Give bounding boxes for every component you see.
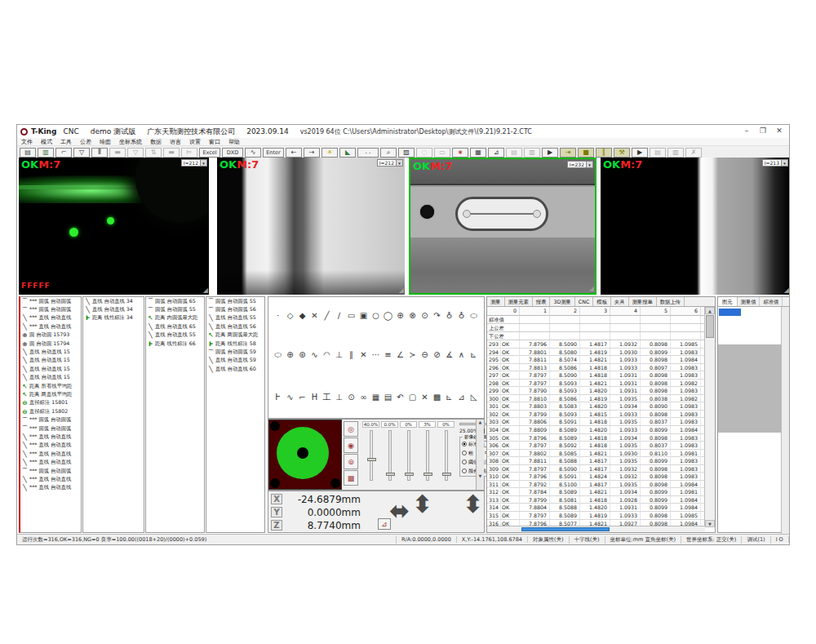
toolbar-button[interactable]: ▤ [506,148,522,158]
toolbar-button[interactable]: → [304,148,320,158]
tool-icon[interactable]: ⊾ [443,392,455,403]
toolbar-button[interactable]: ▶ [542,148,558,158]
menu-item[interactable]: 公差 [76,138,95,145]
light-slider-track[interactable] [407,430,410,481]
ring-mode-button[interactable]: ◎ [344,421,358,437]
column-header[interactable]: 4 [610,307,641,315]
toolbar-button[interactable]: ▬ [109,148,126,158]
list-item[interactable]: ╲直线 自动直线 55 [146,331,204,340]
list-item[interactable]: ⊕圆 自动圆 15794 [20,340,81,348]
tool-icon[interactable]: ✕ [419,392,431,403]
toolbar-button[interactable]: ║ [596,148,612,158]
toolbar-button[interactable]: Enter [263,148,284,158]
maximize-button[interactable]: ❐ [755,125,771,137]
list-item[interactable]: Ⱶ距离 线性标注 58 [206,340,264,348]
table-row[interactable]: 299 OK 7.8790 8.5093 1.4820 1.0931 0.809… [487,387,715,395]
list-item[interactable]: ╲*** 直线 自动直线 [20,433,81,441]
table-row[interactable]: 294 OK 7.8801 8.5080 1.4819 1.0930 0.809… [487,349,715,357]
tool-icon[interactable]: ↶ [394,392,406,403]
table-tab[interactable]: 3D测量 [550,297,574,306]
tool-icon[interactable]: ⊖ [419,349,431,361]
tool-icon[interactable]: ⊥ [333,349,345,361]
list-item[interactable]: ╲直线 自动直线 59 [206,357,264,365]
tool-icon[interactable]: ⊿ [455,392,468,403]
table-row[interactable]: 293 OK 7.8796 8.5090 1.4817 1.0932 0.809… [487,340,715,349]
element-panel-tab[interactable]: 图元 [718,297,738,306]
column-header[interactable]: 2 [550,307,580,315]
table-tab[interactable]: 测量 [487,297,505,306]
toolbar-button[interactable]: ▭ [434,148,450,158]
table-row[interactable]: 311 OK 7.8792 8.5100 1.4817 1.0935 0.809… [487,481,715,489]
light-slider-track[interactable] [370,430,373,481]
list-item[interactable]: ⌒*** 圆弧 自动圆弧 [20,297,81,305]
toolbar-button[interactable]: ▽ [73,148,90,158]
list-item[interactable]: ╲直线 自动直线 60 [206,365,264,373]
toolbar-button[interactable]: ▽ [127,148,144,158]
tool-icon[interactable]: 工 [321,392,333,403]
table-tab[interactable]: 夹具 [611,297,629,306]
light-slider-thumb[interactable] [367,458,376,461]
tool-icon[interactable]: ⊕ [284,349,296,361]
tool-icon[interactable]: H [308,392,321,403]
list-item[interactable]: ╲*** 直线 自动直线 [20,322,81,331]
light-slider-thumb[interactable] [405,473,414,476]
menu-item[interactable]: 语言 [166,138,185,145]
ring-light-indicator[interactable] [268,420,342,490]
table-row[interactable]: 298 OK 7.8797 8.5093 1.4821 1.0931 0.809… [487,380,715,388]
camera-view-4[interactable]: OKM:7 I=213▾ ◢ [601,158,790,295]
resize-grip-icon[interactable]: ◢ [589,285,594,292]
column-header[interactable]: 5 [641,307,671,315]
list-item[interactable]: ⌒圆弧 自动圆弧 65 [146,297,204,305]
tool-icon[interactable]: ⊕ [394,310,406,322]
light-slider-track[interactable] [388,430,392,481]
tool-icon[interactable]: ◆ [296,310,308,322]
toolbar-button[interactable]: ■ [578,148,594,158]
jog-z-arrow[interactable]: ⬍ [463,490,483,518]
table-tab[interactable]: 测量元素 [505,297,533,306]
jog-xy-horizontal-arrow[interactable]: ⬌ [389,496,410,525]
toolbar-button[interactable]: Ⅱ [91,148,108,158]
toolbar-button[interactable]: ▥ [38,148,54,158]
list-item[interactable]: Ⱶ距离 线性标注 66 [146,340,204,348]
fixed-row[interactable]: 标准值 [487,316,715,324]
table-row[interactable]: 309 OK 7.8797 8.5090 1.4817 1.0932 0.809… [487,465,715,473]
toolbar-button[interactable]: ⊿ [488,148,504,158]
list-item[interactable]: ╲直线 自动直线 65 [146,322,204,331]
list-item[interactable]: ↖距离 内圆弧最大距 [146,314,204,322]
toolbar-button[interactable]: ◌ [416,148,432,158]
list-item[interactable]: ╲直线 自动直线 15 [20,365,81,373]
camera-intensity-combo[interactable]: I=213▾ [762,159,788,167]
list-item[interactable]: ╲直线 自动直线 55 [206,314,264,322]
tool-icon[interactable]: ▭ [345,310,357,322]
tool-icon[interactable]: ◠ [321,349,333,361]
tool-icon[interactable]: ◇ [284,310,296,322]
tool-icon[interactable]: ⌐ [296,392,308,403]
toolbar-button[interactable]: ☀ [322,148,338,158]
camera-view-1[interactable]: FFFFF OKM:7 I=212▾ ◢ [19,158,209,295]
list-item[interactable]: ⊖直径标注 15801 [20,399,81,407]
light-slider-thumb[interactable] [424,473,432,476]
camera-view-3-selected[interactable]: OKM:7 I=232▾ ◢ [409,158,596,295]
list-item[interactable]: Ⱶ距离 线性标注 34 [83,314,144,322]
toolbar-button[interactable]: ▤ [650,148,666,158]
list-item[interactable]: ↖距离 所有线平均距 [20,382,81,390]
list-item[interactable]: ⌒*** 圆弧 自动圆弧 [20,415,81,424]
table-row[interactable]: 315 OK 7.8797 8.5089 1.4819 1.0933 0.809… [487,512,715,520]
selected-element-highlight[interactable] [719,309,741,316]
tool-icon[interactable]: ∕ [333,310,345,322]
tool-icon[interactable]: ✕ [357,349,370,361]
tool-icon[interactable]: ▣ [357,310,370,322]
tool-icon[interactable]: ◯ [382,310,394,322]
table-horizontal-scrollbar[interactable] [487,526,705,532]
camera-intensity-combo[interactable]: I=232▾ [567,161,593,168]
tool-icon[interactable]: ≻ [406,349,419,361]
toolbar-button[interactable]: DXD [222,148,243,158]
scrollbar-thumb[interactable] [706,315,714,338]
toolbar-button[interactable]: ▦ [470,148,486,158]
minimize-button[interactable]: – [738,125,755,137]
toolbar-button[interactable]: ▶ [632,148,648,158]
close-button[interactable]: ✕ [771,125,787,137]
resize-grip-icon[interactable]: ◢ [399,286,404,294]
tool-icon[interactable]: ∡ [443,349,455,361]
column-header[interactable]: 3 [580,307,610,315]
